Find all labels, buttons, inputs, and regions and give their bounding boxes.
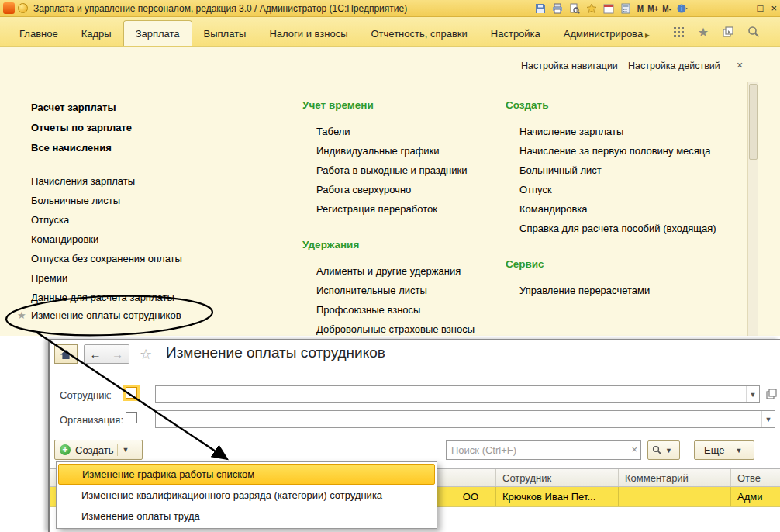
menu-item[interactable]: Начисления зарплаты: [31, 171, 182, 191]
chevron-down-icon[interactable]: ▼: [761, 411, 775, 427]
memory-button[interactable]: M+: [647, 5, 658, 13]
save-icon[interactable]: [535, 3, 547, 15]
tab[interactable]: Главное: [8, 22, 70, 46]
employee-combobox[interactable]: ▼: [155, 385, 760, 403]
menu-item[interactable]: Расчет зарплаты: [31, 98, 182, 118]
panel-close-button[interactable]: ×: [737, 59, 743, 71]
menu-item[interactable]: Работа сверхурочно: [302, 180, 475, 199]
nav-settings-link[interactable]: Настройка навигации: [521, 60, 618, 71]
employee-label: Сотрудник:: [60, 389, 112, 402]
chevron-down-icon[interactable]: ▼: [665, 447, 677, 454]
menu-item[interactable]: Профсоюзные взносы: [302, 300, 475, 320]
favorite-star-button[interactable]: ☆: [140, 346, 152, 363]
menu-item-label[interactable]: Изменение оплаты сотрудников: [31, 309, 181, 321]
menu-item[interactable]: Начисление зарплаты: [506, 122, 716, 141]
menu-item[interactable]: Премии: [31, 268, 182, 288]
tab[interactable]: Настройка: [479, 22, 552, 46]
search-box: ×: [446, 440, 641, 460]
print-preview-icon[interactable]: [569, 3, 581, 15]
tab-overflow-chevron-icon[interactable]: ▸: [645, 29, 650, 40]
search-options-button[interactable]: ▼: [647, 440, 680, 460]
organization-label: Организация:: [60, 413, 123, 427]
menu-item[interactable]: Отпуска: [31, 210, 182, 230]
menu-item[interactable]: Удержания: [302, 235, 475, 254]
menu-item[interactable]: Все начисления: [31, 138, 182, 158]
apps-grid-icon[interactable]: [673, 26, 685, 38]
scrollbar-thumb[interactable]: [749, 84, 758, 160]
calendar-icon[interactable]: [603, 3, 615, 15]
history-icon[interactable]: [722, 26, 734, 38]
menu-item[interactable]: Добровольные страховые взносы: [302, 320, 475, 339]
dropdown-menu-item[interactable]: Изменение графика работы списком: [58, 464, 435, 485]
tab[interactable]: Зарплата: [123, 20, 192, 46]
more-button[interactable]: Еще ▼: [694, 440, 754, 460]
titlebar-toolbar: MM+M- i: [535, 0, 689, 17]
menu-item[interactable]: Сервис: [506, 254, 716, 274]
chevron-down-icon[interactable]: ▼: [735, 447, 747, 454]
more-button-label: Еще: [704, 444, 724, 456]
action-settings-link[interactable]: Настройка действий: [628, 60, 720, 71]
print-icon[interactable]: [552, 3, 564, 15]
menu-item[interactable]: Отчеты по зарплате: [31, 118, 182, 138]
dropdown-menu-item[interactable]: Изменение оплаты труда: [58, 506, 435, 527]
menu-item[interactable]: Больничные листы: [31, 191, 182, 210]
back-button[interactable]: ←: [84, 344, 107, 364]
panel-scrollbar[interactable]: [747, 82, 758, 336]
menu-item[interactable]: Справка для расчета пособий (входящая): [506, 219, 716, 238]
dropdown-menu-item[interactable]: Изменение квалификационного разряда (кат…: [58, 485, 435, 506]
menu-item[interactable]: Табели: [302, 122, 475, 141]
open-value-button[interactable]: [764, 387, 778, 400]
app-round-icon: [18, 3, 28, 13]
menu-item[interactable]: Начисление за первую половину месяца: [506, 141, 716, 161]
menu-item[interactable]: Алименты и другие удержания: [302, 261, 475, 281]
menu-column-create: Создать Начисление зарплаты Начисление з…: [506, 95, 716, 300]
favorites-star-icon[interactable]: ★: [698, 25, 709, 40]
search-icon[interactable]: [747, 26, 760, 38]
memory-button[interactable]: M: [637, 5, 644, 13]
back-arrow-icon: ←: [90, 347, 102, 361]
tab[interactable]: Выплаты: [192, 22, 258, 46]
menu-item-change-employee-pay[interactable]: ★ Изменение оплаты сотрудников: [31, 306, 181, 325]
favorites-star-icon[interactable]: [586, 3, 598, 15]
employee-checkbox[interactable]: [126, 387, 137, 399]
home-button[interactable]: [54, 344, 78, 364]
menu-item[interactable]: Индивидуальные графики: [302, 141, 475, 161]
minimize-button[interactable]: –: [744, 0, 749, 17]
favorite-star-icon[interactable]: ★: [17, 306, 26, 325]
column-header[interactable]: Комментарий: [618, 469, 730, 486]
memory-button[interactable]: M-: [662, 5, 671, 13]
menu-item[interactable]: Больничный лист: [506, 161, 716, 180]
clear-search-icon[interactable]: ×: [631, 444, 637, 456]
chevron-down-icon[interactable]: ▼: [746, 386, 759, 402]
tab[interactable]: Администрирова: [552, 22, 654, 46]
menu-item[interactable]: Учет времени: [302, 95, 475, 115]
tab[interactable]: Налоги и взносы: [257, 22, 359, 46]
info-icon[interactable]: i: [677, 3, 689, 15]
chevron-down-icon[interactable]: ▼: [122, 446, 133, 454]
close-button[interactable]: ×: [771, 0, 777, 17]
tab[interactable]: Кадры: [70, 22, 123, 46]
create-button[interactable]: + Создать ▼: [54, 440, 143, 460]
panel-links: Настройка навигации Настройка действий ×: [0, 60, 780, 74]
search-input[interactable]: [446, 440, 641, 460]
menu-item[interactable]: Исполнительные листы: [302, 281, 475, 300]
organization-combobox[interactable]: ▼: [155, 410, 775, 428]
menu-item[interactable]: Отпуска без сохранения оплаты: [31, 249, 182, 268]
column-header[interactable]: Отве: [730, 469, 780, 486]
maximize-button[interactable]: □: [758, 0, 764, 17]
forward-button[interactable]: →: [106, 344, 129, 364]
menu-column-salary: Расчет зарплаты Отчеты по зарплате Все н…: [31, 98, 182, 307]
menu-item[interactable]: Регистрация переработок: [302, 199, 475, 219]
menu-item[interactable]: Командировка: [506, 199, 716, 219]
menu-item[interactable]: Создать: [506, 95, 716, 115]
tab[interactable]: Отчетность, справки: [360, 22, 479, 46]
menu-item[interactable]: Отпуск: [506, 180, 716, 199]
create-dropdown-menu: Изменение графика работы списком Изменен…: [56, 461, 437, 529]
menu-item[interactable]: Управление перерасчетами: [506, 281, 716, 300]
column-header[interactable]: Сотрудник: [495, 469, 618, 486]
calculator-icon[interactable]: [620, 3, 632, 15]
organization-checkbox[interactable]: [126, 412, 137, 423]
menu-item[interactable]: Работа в выходные и праздники: [302, 161, 475, 180]
menu-item[interactable]: Данные для расчета зарплаты: [31, 288, 182, 307]
menu-item[interactable]: Командировки: [31, 230, 182, 249]
